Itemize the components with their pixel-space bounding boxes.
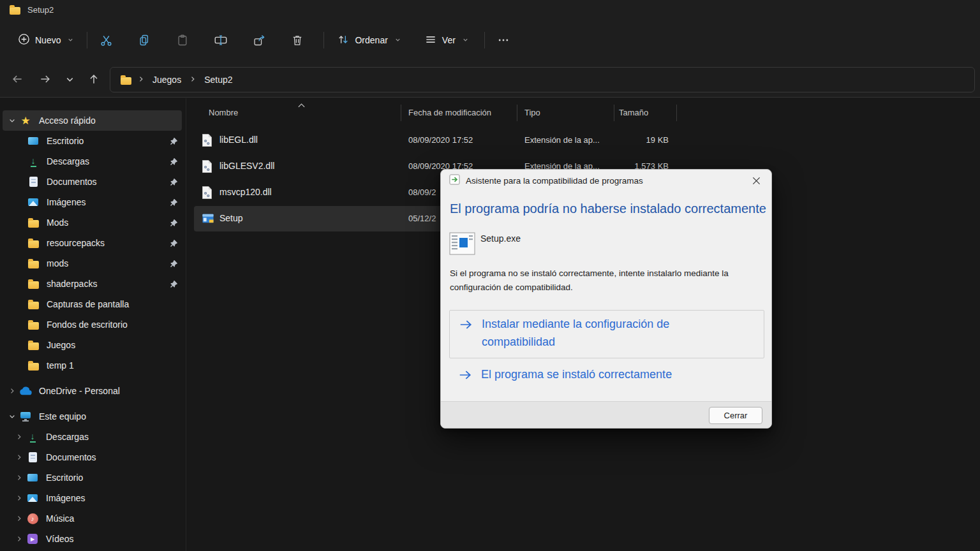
dll-file-icon [202, 134, 212, 149]
sidebar-item-capturas[interactable]: Capturas de pantalla [0, 294, 186, 314]
paste-button[interactable] [170, 29, 195, 51]
file-name: libGLESV2.dll [219, 161, 274, 171]
copy-button[interactable] [132, 29, 156, 51]
document-icon [26, 451, 39, 464]
sidebar-item-este-equipo[interactable]: Este equipo [0, 406, 186, 427]
scissors-icon [100, 34, 113, 47]
view-button[interactable]: Ver [418, 29, 475, 52]
pin-icon[interactable] [170, 178, 178, 186]
dialog-title: Asistente para la compatibilidad de prog… [466, 176, 643, 186]
sidebar-item-label: Descargas [47, 156, 89, 166]
sidebar-item-label: Mods [47, 217, 68, 228]
sidebar-item-pc-musica[interactable]: Música [0, 508, 186, 529]
new-button[interactable]: Nuevo [11, 29, 80, 51]
delete-button[interactable] [285, 29, 309, 51]
breadcrumb-chevron[interactable] [137, 74, 145, 85]
sidebar-item-descargas[interactable]: Descargas [0, 151, 186, 172]
option-installed-correctly[interactable]: El programa se instaló correctamente [449, 361, 764, 393]
sidebar-item-pc-documentos[interactable]: Documentos [0, 447, 186, 467]
option-label: Instalar mediante la configuración de co… [482, 315, 702, 351]
cut-button[interactable] [94, 29, 118, 51]
up-button[interactable] [82, 68, 105, 90]
pin-icon[interactable] [170, 239, 178, 247]
chevron-right-icon[interactable] [12, 433, 26, 441]
chevron-right-icon[interactable] [12, 535, 26, 543]
sidebar-item-onedrive[interactable]: OneDrive - Personal [0, 381, 186, 401]
option-install-with-compatibility[interactable]: Instalar mediante la configuración de co… [449, 310, 764, 358]
chevron-right-icon[interactable] [12, 515, 26, 522]
dialog-close-button[interactable] [747, 173, 765, 188]
sidebar-item-resourcepacks[interactable]: resourcepacks [0, 233, 186, 253]
window-chrome: Setup2 Nuevo [0, 0, 980, 98]
chevron-right-icon[interactable] [5, 387, 19, 395]
setup-exe-icon [449, 232, 475, 258]
sort-button[interactable]: Ordenar [330, 29, 407, 52]
navigation-pane: Acceso rápido Escritorio Descargas Docum… [0, 98, 186, 551]
column-header-fecha[interactable]: Fecha de modificación [408, 102, 491, 122]
sidebar-item-temp1[interactable]: temp 1 [0, 355, 186, 376]
folder-icon [27, 339, 40, 351]
chevron-right-icon[interactable] [12, 453, 26, 461]
column-header-nombre[interactable]: Nombre [209, 102, 238, 122]
pin-icon[interactable] [170, 198, 178, 207]
sidebar-item-pc-escritorio[interactable]: Escritorio [0, 467, 186, 488]
arrow-right-icon [459, 318, 473, 334]
chevron-right-icon[interactable] [12, 494, 26, 502]
sidebar-item-documentos[interactable]: Documentos [0, 172, 186, 192]
column-header-tamano[interactable]: Tamaño [619, 102, 648, 122]
address-bar[interactable]: Juegos Setup2 [110, 67, 975, 92]
file-row-libegl[interactable]: libEGL.dll 08/09/2020 17:52 Extensión de… [194, 128, 674, 153]
pin-icon[interactable] [170, 158, 178, 166]
sidebar-item-juegos[interactable]: Juegos [0, 335, 186, 355]
pin-icon[interactable] [170, 260, 178, 268]
dialog-footer: Cerrar [441, 401, 771, 428]
chevron-down-icon [65, 75, 75, 84]
toolbar-separator [484, 32, 485, 48]
sidebar-item-pc-videos[interactable]: Vídeos [0, 529, 186, 549]
breadcrumb-item-juegos[interactable]: Juegos [150, 73, 184, 87]
chevron-down-icon [394, 35, 401, 45]
sidebar-item-mods-2[interactable]: mods [0, 253, 186, 274]
back-button[interactable] [6, 68, 29, 90]
file-size: 19 KB [646, 135, 669, 145]
sort-ascending-icon [297, 99, 306, 111]
sidebar-item-label: Imágenes [46, 493, 85, 503]
file-type: Extensión de la ap... [524, 135, 600, 145]
arrow-right-icon [458, 368, 472, 385]
sidebar-item-label: mods [47, 258, 68, 268]
dialog-heading: El programa podría no haberse instalado … [450, 202, 764, 216]
sidebar-item-pc-imagenes[interactable]: Imágenes [0, 488, 186, 508]
more-options-button[interactable] [491, 29, 516, 51]
command-bar: Nuevo [0, 19, 980, 61]
sidebar-item-label: Música [46, 513, 74, 524]
sidebar-item-label: temp 1 [47, 360, 74, 371]
rename-button[interactable] [209, 29, 233, 51]
folder-icon [8, 3, 21, 16]
forward-button[interactable] [34, 68, 57, 90]
chevron-down-icon[interactable] [5, 413, 19, 420]
sidebar-item-fondos[interactable]: Fondos de escritorio [0, 314, 186, 335]
recent-locations-button[interactable] [58, 68, 81, 90]
share-button[interactable] [247, 29, 271, 51]
chevron-down-icon[interactable] [5, 117, 19, 124]
chevron-right-icon[interactable] [12, 474, 26, 481]
sidebar-item-acceso-rapido[interactable]: Acceso rápido [3, 110, 182, 131]
breadcrumb-item-setup2[interactable]: Setup2 [202, 73, 235, 87]
sidebar-item-shaderpacks[interactable]: shaderpacks [0, 274, 186, 294]
pin-icon[interactable] [170, 137, 178, 145]
cerrar-button[interactable]: Cerrar [709, 407, 762, 424]
dialog-title-bar: Asistente para la compatibilidad de prog… [441, 170, 771, 191]
pin-icon[interactable] [170, 280, 178, 288]
copy-icon [138, 34, 151, 47]
breadcrumb-chevron[interactable] [189, 74, 197, 85]
arrow-right-icon [39, 73, 52, 85]
column-header-tipo[interactable]: Tipo [524, 102, 540, 122]
sidebar-item-escritorio[interactable]: Escritorio [0, 131, 186, 151]
chevron-down-icon [462, 35, 469, 45]
sidebar-item-imagenes[interactable]: Imágenes [0, 192, 186, 212]
sidebar-item-mods-1[interactable]: Mods [0, 212, 186, 233]
sidebar-item-pc-descargas[interactable]: Descargas [0, 427, 186, 447]
sidebar-item-label: resourcepacks [47, 238, 105, 248]
pin-icon[interactable] [170, 219, 178, 227]
sort-button-label: Ordenar [355, 35, 387, 45]
